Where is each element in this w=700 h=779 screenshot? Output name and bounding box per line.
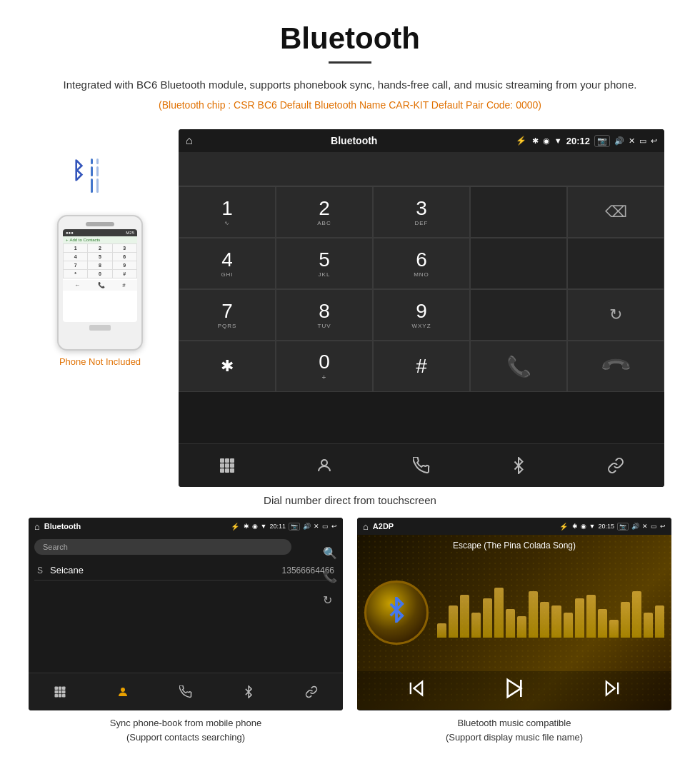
music-vol-icon[interactable]: 🔊 xyxy=(631,523,639,531)
call-side-icon[interactable]: 📞 xyxy=(323,570,337,583)
eq-bar-1 xyxy=(449,605,458,638)
statusbar-time: 20:12 xyxy=(566,136,590,146)
main-area: ᛒ ●●● M25 xyxy=(0,129,700,487)
svg-rect-11 xyxy=(59,687,62,690)
key-5[interactable]: 5 JKL xyxy=(276,238,373,289)
pb-link-btn[interactable] xyxy=(297,678,326,706)
phone-key-1[interactable]: 1 xyxy=(64,244,87,252)
phone-key-9[interactable]: 9 xyxy=(113,261,136,269)
music-close-icon[interactable]: ✕ xyxy=(642,523,648,531)
pb-bluetooth-btn[interactable] xyxy=(234,678,263,706)
key-0[interactable]: 0 + xyxy=(276,341,373,392)
key-hash[interactable]: # xyxy=(373,341,470,392)
signal-icon: ▼ xyxy=(554,136,562,145)
svg-marker-26 xyxy=(606,682,614,695)
phonebook-vol-icon[interactable]: 🔊 xyxy=(303,523,311,531)
toolbar-call-btn[interactable] xyxy=(407,451,436,480)
phone-home-button[interactable] xyxy=(89,325,111,331)
key-star[interactable]: ✱ xyxy=(179,341,276,392)
phone-key-5[interactable]: 5 xyxy=(88,253,111,261)
key-refresh[interactable]: ↻ xyxy=(567,289,664,341)
phonebook-win-icon[interactable]: ▭ xyxy=(322,523,329,531)
phone-key-7[interactable]: 7 xyxy=(64,261,87,269)
key-call-end[interactable]: 📞 xyxy=(567,341,664,392)
next-track-btn[interactable] xyxy=(602,678,622,703)
phone-key-8[interactable]: 8 xyxy=(88,261,111,269)
description-text: Integrated with BC6 Bluetooth module, su… xyxy=(57,76,643,94)
key-1[interactable]: 1 ∿ xyxy=(179,186,276,238)
key-4[interactable]: 4 GHI xyxy=(179,238,276,289)
eq-bar-18 xyxy=(644,613,653,638)
bluetooth-icon: ᛒ xyxy=(71,158,85,184)
prev-track-btn[interactable] xyxy=(406,678,426,703)
play-pause-btn[interactable] xyxy=(503,677,526,704)
key-8[interactable]: 8 TUV xyxy=(276,289,373,341)
key-backspace[interactable]: ⌫ xyxy=(567,186,664,238)
toolbar-dialpad-btn[interactable] xyxy=(213,451,241,480)
music-usb-icon: ⚡ xyxy=(559,523,568,531)
phone-key-3[interactable]: 3 xyxy=(113,244,136,252)
pb-dialpad-btn[interactable] xyxy=(46,678,74,706)
music-win-icon[interactable]: ▭ xyxy=(651,523,657,531)
toolbar-bluetooth-btn[interactable] xyxy=(504,451,533,480)
wave-1 xyxy=(91,159,93,164)
phonebook-screen: ⌂ Bluetooth ⚡ ✱ ◉ ▼ 20:11 📷 🔊 ✕ ▭ ↩ Sear… xyxy=(29,518,343,710)
phonebook-side-icons: 🔍 📞 ↻ xyxy=(323,546,337,607)
key-9[interactable]: 9 WXYZ xyxy=(373,289,470,341)
phonebook-close-icon[interactable]: ✕ xyxy=(314,523,319,531)
phone-key-2[interactable]: 2 xyxy=(88,244,111,252)
key-7[interactable]: 7 PQRS xyxy=(179,289,276,341)
phone-key-6[interactable]: 6 xyxy=(113,253,136,261)
phonebook-time: 20:11 xyxy=(269,523,286,531)
music-home-icon[interactable]: ⌂ xyxy=(363,521,369,532)
phonebook-home-icon[interactable]: ⌂ xyxy=(34,521,40,532)
music-cam-icon[interactable]: 📷 xyxy=(617,523,629,531)
equalizer xyxy=(437,588,664,638)
bluetooth-signal-graphic: ᛒ xyxy=(71,158,129,208)
window-icon[interactable]: ▭ xyxy=(639,136,646,146)
phonebook-cam-icon[interactable]: 📷 xyxy=(289,523,300,531)
volume-icon[interactable]: 🔊 xyxy=(614,136,624,146)
phonebook-card: ⌂ Bluetooth ⚡ ✱ ◉ ▼ 20:11 📷 🔊 ✕ ▭ ↩ Sear… xyxy=(29,518,343,744)
toolbar-link-btn[interactable] xyxy=(601,451,630,480)
key-empty-4 xyxy=(470,289,567,341)
back-icon[interactable]: ↩ xyxy=(651,136,657,146)
phonebook-back-icon[interactable]: ↩ xyxy=(331,523,337,531)
phone-key-star[interactable]: * xyxy=(64,270,87,278)
phone-key-0[interactable]: 0 xyxy=(88,270,111,278)
phone-key-hash[interactable]: # xyxy=(113,270,136,278)
search-side-icon[interactable]: 🔍 xyxy=(323,546,337,560)
home-icon[interactable]: ⌂ xyxy=(186,134,193,147)
music-statusbar-icons: ✱ ◉ ▼ 20:15 📷 🔊 ✕ ▭ ↩ xyxy=(572,523,666,531)
key-3[interactable]: 3 DEF xyxy=(373,186,470,238)
phonebook-caption: Sync phone-book from mobile phone(Suppor… xyxy=(110,716,261,744)
key-call-accept[interactable]: 📞 xyxy=(470,341,567,392)
svg-rect-5 xyxy=(230,463,234,468)
phone-key-4[interactable]: 4 xyxy=(64,253,87,261)
refresh-side-icon[interactable]: ↻ xyxy=(323,593,337,607)
eq-bar-12 xyxy=(575,598,584,638)
svg-point-19 xyxy=(121,688,125,692)
toolbar-contacts-btn[interactable] xyxy=(310,451,339,480)
pb-call-btn[interactable] xyxy=(171,678,200,706)
svg-rect-15 xyxy=(62,690,66,694)
camera-icon[interactable]: 📷 xyxy=(594,135,610,147)
phone-illustration: ᛒ ●●● M25 xyxy=(36,129,164,367)
phone-hash-btn[interactable]: # xyxy=(122,282,125,288)
key-empty-2 xyxy=(470,238,567,289)
phone-device: ●●● M25 + Add to Contacts 1 2 3 4 5 6 7 … xyxy=(57,215,143,351)
phonebook-loc-icon: ◉ xyxy=(252,523,258,531)
phone-back-btn[interactable]: ← xyxy=(74,282,80,288)
music-back-icon[interactable]: ↩ xyxy=(660,523,666,531)
phonebook-search[interactable]: Search xyxy=(34,539,291,555)
phone-call-btn[interactable]: 📞 xyxy=(98,282,105,288)
key-6[interactable]: 6 MNO xyxy=(373,238,470,289)
key-2[interactable]: 2 ABC xyxy=(276,186,373,238)
eq-bar-3 xyxy=(471,613,481,638)
contact-name: Seicane xyxy=(50,565,282,576)
pb-contacts-btn[interactable] xyxy=(109,678,137,706)
location-icon: ◉ xyxy=(543,136,550,146)
svg-rect-17 xyxy=(59,694,62,698)
close-icon[interactable]: ✕ xyxy=(629,136,635,146)
contact-row[interactable]: S Seicane 13566664466 xyxy=(34,561,337,581)
